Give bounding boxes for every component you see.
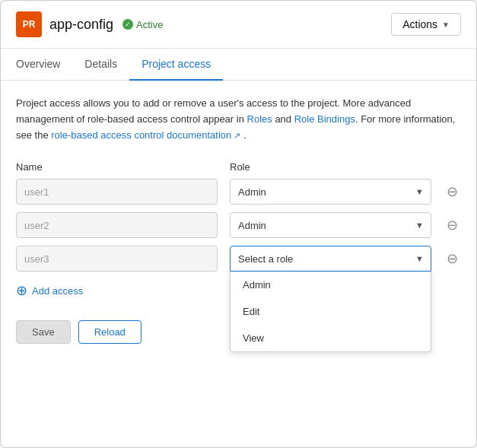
- add-access-link[interactable]: Add access: [32, 285, 83, 297]
- tab-details[interactable]: Details: [72, 49, 129, 81]
- name-column-header: Name: [16, 161, 218, 173]
- role-column-header: Role: [230, 161, 461, 173]
- role-dropdown-3: Admin Edit View: [230, 272, 431, 352]
- remove-button-1[interactable]: ⊖: [444, 183, 461, 200]
- dropdown-item-view[interactable]: View: [231, 325, 431, 351]
- actions-dropdown-arrow: ▼: [442, 21, 450, 29]
- dropdown-item-admin[interactable]: Admin: [231, 272, 431, 298]
- tab-project-access[interactable]: Project access: [129, 49, 223, 81]
- name-input-1[interactable]: [16, 179, 218, 205]
- actions-button[interactable]: Actions ▼: [391, 13, 461, 36]
- actions-label: Actions: [402, 18, 437, 30]
- access-row-2: Admin Edit View ▼ ⊖: [16, 212, 461, 238]
- role-select-wrapper-2: Admin Edit View ▼: [230, 212, 431, 238]
- status-badge: Active: [122, 19, 163, 30]
- desc-end: .: [240, 129, 246, 141]
- roles-link[interactable]: Roles: [247, 113, 272, 125]
- remove-icon-2: ⊖: [447, 217, 458, 234]
- name-input-2[interactable]: [16, 212, 218, 238]
- avatar: PR: [16, 11, 42, 37]
- remove-button-3[interactable]: ⊖: [444, 250, 461, 267]
- add-access-icon: ⊕: [16, 282, 27, 299]
- status-icon: [122, 19, 133, 30]
- app-name: app-config: [49, 17, 113, 33]
- role-select-2[interactable]: Admin Edit View: [230, 212, 431, 238]
- dropdown-item-edit[interactable]: Edit: [231, 298, 431, 325]
- external-link-icon: ↗: [231, 131, 240, 140]
- access-row-1: Admin Edit View ▼ ⊖: [16, 179, 461, 205]
- app-window: PR app-config Active Actions ▼ Overview …: [0, 0, 477, 448]
- remove-button-2[interactable]: ⊖: [444, 217, 461, 234]
- desc-and: and: [272, 113, 294, 125]
- description-text: Project access allows you to add or remo…: [16, 96, 461, 143]
- remove-icon-1: ⊖: [447, 183, 458, 200]
- reload-button[interactable]: Reload: [78, 320, 142, 344]
- role-select-wrapper-1: Admin Edit View ▼: [230, 179, 431, 205]
- main-content: Project access allows you to add or remo…: [1, 81, 476, 362]
- role-select-3[interactable]: Select a role Admin Edit View: [230, 246, 431, 272]
- role-select-1[interactable]: Admin Edit View: [230, 179, 431, 205]
- tab-bar: Overview Details Project access: [1, 49, 476, 81]
- app-header: PR app-config Active Actions ▼: [1, 1, 476, 49]
- name-input-3[interactable]: [16, 246, 218, 272]
- remove-icon-3: ⊖: [447, 250, 458, 267]
- tab-overview[interactable]: Overview: [16, 49, 72, 81]
- status-label: Active: [136, 19, 163, 30]
- role-bindings-link[interactable]: Role Bindings: [294, 113, 355, 125]
- rbac-link[interactable]: role-based access control documentation: [51, 129, 231, 141]
- access-row-3: Select a role Admin Edit View ▼ Admin Ed…: [16, 246, 461, 272]
- save-button[interactable]: Save: [16, 320, 71, 344]
- role-select-wrapper-3: Select a role Admin Edit View ▼ Admin Ed…: [230, 246, 431, 272]
- form-header: Name Role: [16, 161, 461, 173]
